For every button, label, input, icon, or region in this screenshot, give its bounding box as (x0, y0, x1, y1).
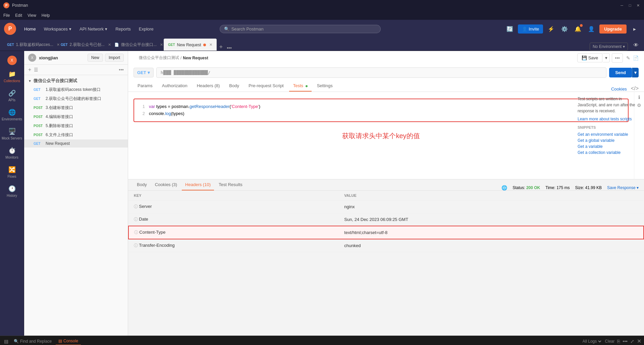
tab-body[interactable]: Body (225, 80, 243, 92)
import-button[interactable]: Import (105, 54, 124, 62)
response-status: 🌐 Status: 200 OK Time: 175 ms Size: 41.9… (501, 185, 639, 190)
code-text-1: var types = postman.getResponseHeader('C… (149, 103, 260, 110)
upgrade-button[interactable]: Upgrade (599, 24, 627, 34)
tab-new-request[interactable]: GET New Request ✕ (164, 39, 217, 51)
menu-file[interactable]: File (3, 13, 10, 18)
maximize-button[interactable]: □ (627, 3, 633, 8)
tab-label: 2.获取公众号已创... (70, 42, 105, 48)
method-select[interactable]: GET ▾ (133, 68, 154, 77)
menu-view[interactable]: View (28, 13, 36, 18)
snippet-variable[interactable]: Get a variable (578, 144, 640, 149)
add-tab-btn[interactable]: + (217, 44, 226, 51)
save-dropdown-btn[interactable]: ▾ (603, 53, 610, 62)
environment-selector[interactable]: No Environment ▾ (590, 43, 628, 51)
nav-explore[interactable]: Explore (135, 24, 158, 34)
sidebar-item-collections[interactable]: 📁 Collections (0, 67, 24, 86)
snippet-collection-var[interactable]: Get a collection variable (578, 150, 640, 155)
send-dropdown-btn[interactable]: ▾ (632, 68, 639, 77)
sync-icon-btn[interactable]: 🔄 (504, 23, 515, 34)
tab-wechat-doc[interactable]: 📄 微信公众平台接口... ✕ (110, 39, 164, 51)
tab-get-access[interactable]: GET 1.获取鉴权码acces... ✕ (3, 39, 56, 51)
log-level-select[interactable]: All Logs (581, 339, 602, 344)
collection-item-2[interactable]: POST 3.创建标签接口 (24, 103, 128, 112)
collection-item-6[interactable]: GET New Request (24, 139, 128, 148)
sidebar-item-monitors[interactable]: ⏱️ Monitors (0, 143, 24, 163)
tab-get-tags[interactable]: GET 2.获取公众号已创... ✕ (56, 39, 110, 51)
tab-close-btn[interactable]: ✕ (160, 43, 163, 47)
tab-params[interactable]: Params (133, 80, 157, 92)
sidebar-item-history[interactable]: 🕐 History (0, 182, 24, 201)
window-controls[interactable]: ─ □ ✕ (619, 3, 641, 8)
toggle-bottom-panel-btn[interactable]: ▤ (3, 337, 10, 345)
tab-headers[interactable]: Headers (8) (193, 80, 224, 92)
add-collection-btn[interactable]: + (28, 67, 31, 73)
info-icon: ⓘ (134, 230, 139, 235)
resp-tab-test-results[interactable]: Test Results (215, 179, 246, 190)
menu-help[interactable]: Help (42, 13, 50, 18)
filter-btn[interactable]: ☰ (34, 67, 38, 72)
clear-button[interactable]: Clear (605, 339, 615, 344)
tab-method-badge: GET (61, 43, 68, 47)
sidebar-item-mock-servers[interactable]: 🖥️ Mock Servers (0, 124, 24, 143)
find-replace-tab[interactable]: 🔍 Find and Replace (11, 338, 54, 345)
resp-tab-cookies[interactable]: Cookies (3) (152, 179, 180, 190)
expand-icon-btn[interactable]: ⤢ (630, 339, 634, 344)
collection-item-0[interactable]: GET 1.获取鉴权码access token接口 (24, 85, 128, 94)
save-button[interactable]: 💾 Save (577, 53, 603, 62)
send-button[interactable]: Send (609, 68, 632, 77)
invite-button[interactable]: 👤 Invite (518, 24, 543, 34)
tab-close-btn[interactable]: ✕ (209, 43, 212, 47)
sidebar-item-apis[interactable]: 🔗 APIs (0, 86, 24, 105)
tab-authorization[interactable]: Authorization (158, 80, 192, 92)
learn-more-link[interactable]: Learn more about tests scripts (578, 117, 632, 121)
resp-tab-headers[interactable]: Headers (10) (182, 179, 214, 190)
request-more-btn[interactable]: ••• (612, 53, 623, 63)
expand-code-btn[interactable]: </> (631, 85, 639, 92)
collection-item-3[interactable]: POST 4.编辑标签接口 (24, 112, 128, 121)
sidebar-item-flows[interactable]: 🔀 Flows (0, 163, 24, 182)
method-badge: POST (34, 115, 44, 119)
user-avatar[interactable]: X (0, 54, 24, 67)
settings-icon-btn[interactable]: ⚙️ (559, 23, 570, 34)
sidebar-item-environments[interactable]: 🌐 Environments (0, 105, 24, 124)
search-bar[interactable]: 🔍 Search Postman (220, 25, 381, 33)
snippet-global-var[interactable]: Get a global variable (578, 138, 640, 143)
tab-pre-request-script[interactable]: Pre-request Script (245, 80, 288, 92)
cookies-btn[interactable]: Cookies (611, 87, 627, 92)
more-options-btn[interactable]: ••• (119, 67, 124, 72)
minimize-button[interactable]: ─ (619, 3, 625, 8)
nav-workspaces[interactable]: Workspaces ▾ (40, 24, 75, 34)
copy-icon-btn[interactable]: ⎘ (617, 339, 620, 344)
edit-icon-btn[interactable]: ✎ (626, 55, 630, 61)
collection-item-5[interactable]: POST 6.文件上传接口 (24, 130, 128, 139)
collection-item-4[interactable]: POST 5.删除标签接口 (24, 121, 128, 130)
save-group: 💾 Save ▾ ••• ✎ 📄 (577, 53, 639, 63)
doc-icon-btn[interactable]: 📄 (633, 55, 639, 61)
url-input[interactable] (156, 67, 606, 78)
avatar-icon-btn[interactable]: 👤 (586, 23, 597, 34)
tab-tests[interactable]: Tests (289, 80, 312, 92)
close-bottom-panel-btn[interactable]: ✕ (637, 338, 641, 344)
console-tab[interactable]: ▤ Console (56, 337, 81, 345)
header-key: ⓘ Date (128, 213, 339, 226)
collection-root[interactable]: ▼ 微信公众平台接口测试 (24, 76, 128, 85)
collection-item-1[interactable]: GET 2.获取公众号已创建的标签接口 (24, 94, 128, 103)
expand-icon-btn[interactable]: ▸ (629, 23, 640, 34)
close-button[interactable]: ✕ (635, 3, 641, 8)
save-response-btn[interactable]: Save Response ▾ (607, 185, 639, 190)
menu-edit[interactable]: Edit (15, 13, 22, 18)
more-icon-btn[interactable]: ••• (623, 339, 628, 344)
lightning-icon-btn[interactable]: ⚡ (546, 23, 556, 34)
code-editor[interactable]: 1 var types = postman.getResponseHeader(… (133, 99, 629, 122)
env-settings-icon-btn[interactable]: 👁 (631, 40, 641, 51)
request-tabs: Params Authorization Headers (8) Body Pr… (128, 80, 644, 92)
snippet-env-var[interactable]: Get an environment variable (578, 132, 640, 137)
nav-api-network[interactable]: API Network ▾ (75, 24, 111, 34)
nav-home[interactable]: Home (20, 24, 40, 34)
tab-settings[interactable]: Settings (313, 80, 337, 92)
more-tabs-btn[interactable]: ••• (225, 45, 233, 51)
bell-icon-btn[interactable]: 🔔 (573, 23, 583, 34)
resp-tab-body[interactable]: Body (133, 179, 150, 190)
new-button[interactable]: New (88, 54, 103, 62)
nav-reports[interactable]: Reports (111, 24, 135, 34)
